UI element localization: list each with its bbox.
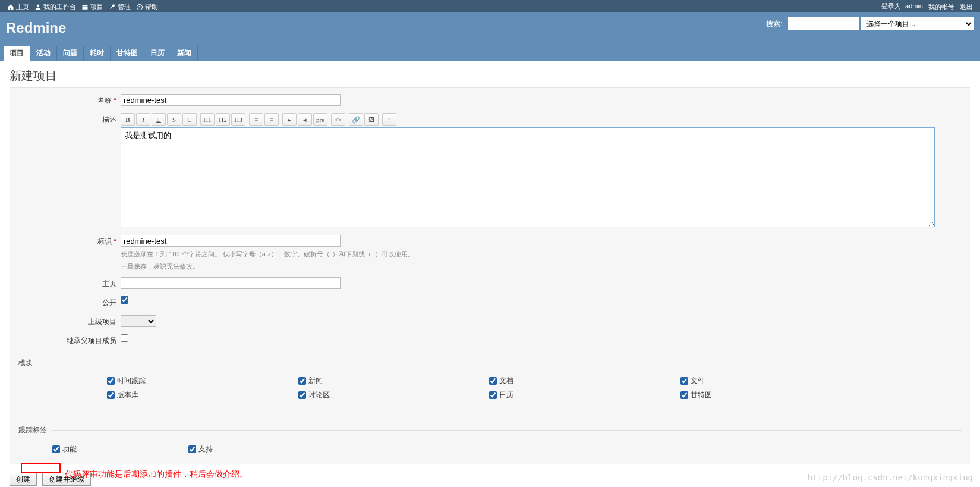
tracker-错误[interactable]: 错误 <box>0 442 14 454</box>
module-时间跟踪[interactable]: 时间跟踪 <box>107 374 205 386</box>
toolbar-b-button[interactable]: B <box>121 113 135 126</box>
help-icon: ? <box>136 4 143 11</box>
name-input[interactable] <box>121 94 341 106</box>
module-版本库[interactable]: 版本库 <box>107 388 205 400</box>
inherit-label: 继承父项目成员 <box>18 334 116 346</box>
module-文档[interactable]: 文档 <box>489 374 587 386</box>
module-checkbox-日历[interactable] <box>489 391 497 399</box>
main-menu: 项目活动问题耗时甘特图日历新闻 <box>0 46 980 61</box>
tracker-支持[interactable]: 支持 <box>188 442 286 454</box>
toolbar-unbq-button[interactable]: ◂ <box>298 113 312 126</box>
homepage-input[interactable] <box>121 277 341 289</box>
tracker-checkbox-功能[interactable] <box>52 445 60 453</box>
toolbar-bq-button[interactable]: ▸ <box>282 113 297 126</box>
module-checkbox-文档[interactable] <box>489 377 497 385</box>
svg-text:?: ? <box>138 5 141 9</box>
module-checkbox-新闻[interactable] <box>298 377 306 385</box>
wrench-icon <box>109 4 116 11</box>
toolbar-i-button[interactable]: I <box>136 113 150 126</box>
tracker-功能[interactable]: 功能 <box>52 442 150 454</box>
toolbar-h1-button[interactable]: H1 <box>200 113 215 126</box>
toolbar-pre-button[interactable]: pre <box>313 113 327 126</box>
tab-项目[interactable]: 项目 <box>4 46 30 61</box>
module-checkbox-讨论区[interactable] <box>298 391 306 399</box>
modules-grid: 问题跟踪 时间跟踪 新闻 文档 文件 Wiki 版本库 讨论区 日历 甘特图 代… <box>18 374 962 414</box>
current-user-link[interactable]: admin <box>903 1 925 11</box>
projects-icon <box>81 4 89 11</box>
toolbar-u-button[interactable]: U <box>152 113 166 126</box>
top-menu: 主页我的工作台项目管理?帮助 登录为 admin 我的帐号退出 <box>0 0 980 12</box>
parent-select[interactable] <box>121 315 156 327</box>
description-label: 描述 <box>18 113 116 125</box>
toolbar-h3-button[interactable]: H3 <box>231 113 245 126</box>
logged-as: 登录为 admin <box>881 1 925 11</box>
module-代码评审[interactable]: 代码评审 <box>0 403 14 414</box>
tab-问题[interactable]: 问题 <box>57 46 84 61</box>
search-label: 搜索: <box>766 20 782 28</box>
public-checkbox[interactable] <box>121 296 128 304</box>
inherit-checkbox[interactable] <box>121 334 128 342</box>
home-icon <box>7 4 14 11</box>
tab-耗时[interactable]: 耗时 <box>84 46 111 61</box>
modules-fieldset: 模块 问题跟踪 时间跟踪 新闻 文档 文件 Wiki 版本库 讨论区 日历 甘特… <box>18 358 962 414</box>
topmenu-帮助[interactable]: ?帮助 <box>134 1 160 12</box>
trackers-legend: 跟踪标签 <box>18 425 52 435</box>
annotation-text: 代码评审功能是后期添加的插件，稍后会做介绍。 <box>65 469 248 480</box>
top-menu-right: 登录为 admin 我的帐号退出 <box>881 1 975 11</box>
toolbar-c-button[interactable]: C <box>182 113 197 126</box>
toolbar-?-button[interactable]: ? <box>382 113 396 126</box>
topmenu-我的帐号[interactable]: 我的帐号 <box>926 1 957 12</box>
module-日历[interactable]: 日历 <box>489 388 587 400</box>
svg-point-0 <box>37 4 40 7</box>
module-讨论区[interactable]: 讨论区 <box>298 388 396 400</box>
toolbar-ul-button[interactable]: ≡ <box>249 113 263 126</box>
identifier-input[interactable] <box>121 235 341 247</box>
project-form-box: 名称 * 描述 BIUSCH1H2H3≡≡▸◂pre<>🔗🖼? 标识 * 长度必… <box>10 87 970 464</box>
toolbar-ol-button[interactable]: ≡ <box>264 113 279 126</box>
top-menu-left: 主页我的工作台项目管理?帮助 <box>5 1 160 11</box>
annotation-highlight <box>21 463 61 473</box>
toolbar-img-button[interactable]: 🖼 <box>364 113 379 126</box>
description-textarea[interactable] <box>121 127 935 227</box>
svg-rect-2 <box>83 7 88 10</box>
topmenu-退出[interactable]: 退出 <box>957 1 975 12</box>
header: 搜索: 选择一个项目... Redmine <box>0 12 980 47</box>
identifier-label: 标识 * <box>18 235 116 247</box>
topmenu-管理[interactable]: 管理 <box>106 1 133 12</box>
toolbar-<>-button[interactable]: <> <box>331 113 345 126</box>
tracker-checkbox-支持[interactable] <box>188 445 196 453</box>
page-heading: 新建项目 <box>10 68 970 84</box>
module-甘特图[interactable]: 甘特图 <box>680 388 779 400</box>
module-Wiki[interactable]: Wiki <box>0 388 14 400</box>
module-checkbox-甘特图[interactable] <box>680 391 688 399</box>
content: 新建项目 名称 * 描述 BIUSCH1H2H3≡≡▸◂pre<>🔗🖼? 标识 … <box>0 62 980 487</box>
topmenu-主页[interactable]: 主页 <box>5 1 31 12</box>
identifier-hint1: 长度必须在 1 到 100 个字符之间。 仅小写字母（a-z）、数字、破折号（-… <box>121 249 962 259</box>
trackers-line: 错误 功能 支持 <box>18 442 962 454</box>
toolbar-s-button[interactable]: S <box>167 113 181 126</box>
create-button[interactable] <box>10 473 37 486</box>
topmenu-项目[interactable]: 项目 <box>79 1 106 12</box>
module-checkbox-文件[interactable] <box>680 377 688 385</box>
toolbar-link-button[interactable]: 🔗 <box>349 113 363 126</box>
parent-label: 上级项目 <box>18 315 116 327</box>
project-jump-select[interactable]: 选择一个项目... <box>861 17 974 30</box>
module-问题跟踪[interactable]: 问题跟踪 <box>0 374 14 386</box>
tab-活动[interactable]: 活动 <box>30 46 57 61</box>
tab-甘特图[interactable]: 甘特图 <box>111 46 144 61</box>
user-icon <box>34 4 42 11</box>
module-checkbox-版本库[interactable] <box>107 391 115 399</box>
quick-search: 搜索: 选择一个项目... <box>766 17 974 30</box>
trackers-fieldset: 跟踪标签 错误 功能 支持 <box>18 425 962 454</box>
identifier-hint2: 一旦保存，标识无法修改。 <box>121 262 962 272</box>
search-input[interactable] <box>788 17 859 30</box>
module-文件[interactable]: 文件 <box>680 374 779 386</box>
topmenu-我的工作台[interactable]: 我的工作台 <box>32 1 78 12</box>
tab-新闻[interactable]: 新闻 <box>171 46 198 61</box>
tab-日历[interactable]: 日历 <box>144 46 171 61</box>
module-新闻[interactable]: 新闻 <box>298 374 396 386</box>
toolbar-h2-button[interactable]: H2 <box>216 113 230 126</box>
modules-legend: 模块 <box>18 358 37 368</box>
module-checkbox-时间跟踪[interactable] <box>107 377 115 385</box>
svg-rect-1 <box>83 5 88 6</box>
